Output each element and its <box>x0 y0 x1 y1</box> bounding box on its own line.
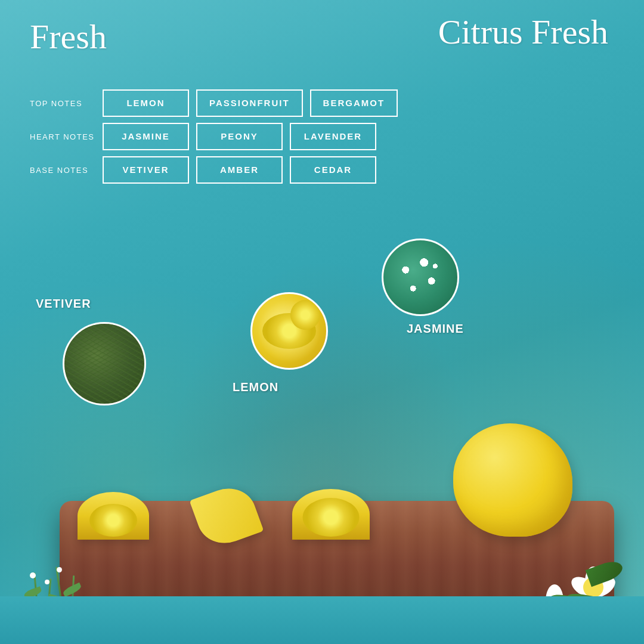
heart-notes-grid: JASMINE PEONY LAVENDER <box>103 123 376 150</box>
bud-3 <box>57 567 62 572</box>
note-passionfruit: PASSIONFRUIT <box>196 89 303 117</box>
floor-surface <box>0 596 644 644</box>
jasmine-circle-image <box>382 239 459 316</box>
note-jasmine: JASMINE <box>103 123 189 150</box>
lemon-circle-image <box>250 292 328 370</box>
top-notes-grid: LEMON PASSIONFRUIT BERGAMOT <box>103 89 398 117</box>
note-lavender: LAVENDER <box>290 123 376 150</box>
top-notes-row: TOP NOTES LEMON PASSIONFRUIT BERGAMOT <box>30 89 398 117</box>
lemon-large <box>453 423 572 537</box>
note-peony: PEONY <box>196 123 283 150</box>
heart-notes-row: HEART NOTES JASMINE PEONY LAVENDER <box>30 123 398 150</box>
base-notes-row: BASE NOTES VETIVER AMBER CEDAR <box>30 156 398 184</box>
base-notes-label: BASE NOTES <box>30 166 95 175</box>
note-vetiver: VETIVER <box>103 156 189 184</box>
note-lemon: LEMON <box>103 89 189 117</box>
bud-2 <box>45 580 49 584</box>
jasmine-ingredient-label: JASMINE <box>407 322 464 336</box>
notes-section: TOP NOTES LEMON PASSIONFRUIT BERGAMOT HE… <box>30 89 398 184</box>
note-amber: AMBER <box>196 156 283 184</box>
lemon-ingredient-label: LEMON <box>233 380 278 394</box>
vetiver-circle-image <box>63 322 146 405</box>
app-container: Fresh Citrus Fresh TOP NOTES LEMON PASSI… <box>0 0 644 644</box>
lemon-half-center <box>292 489 370 540</box>
header-right: Citrus Fresh <box>438 12 608 52</box>
base-notes-grid: VETIVER AMBER CEDAR <box>103 156 376 184</box>
top-notes-label: TOP NOTES <box>30 99 95 108</box>
vetiver-ingredient-label: VETIVER <box>36 297 91 311</box>
fresh-title: Fresh <box>30 17 107 57</box>
lemon-half-left <box>78 492 149 540</box>
heart-notes-label: HEART NOTES <box>30 132 95 141</box>
citrus-fresh-title: Citrus Fresh <box>438 12 608 52</box>
bud-1 <box>30 572 36 578</box>
note-cedar: CEDAR <box>290 156 376 184</box>
note-bergamot: BERGAMOT <box>310 89 398 117</box>
header-left: Fresh <box>30 17 107 57</box>
